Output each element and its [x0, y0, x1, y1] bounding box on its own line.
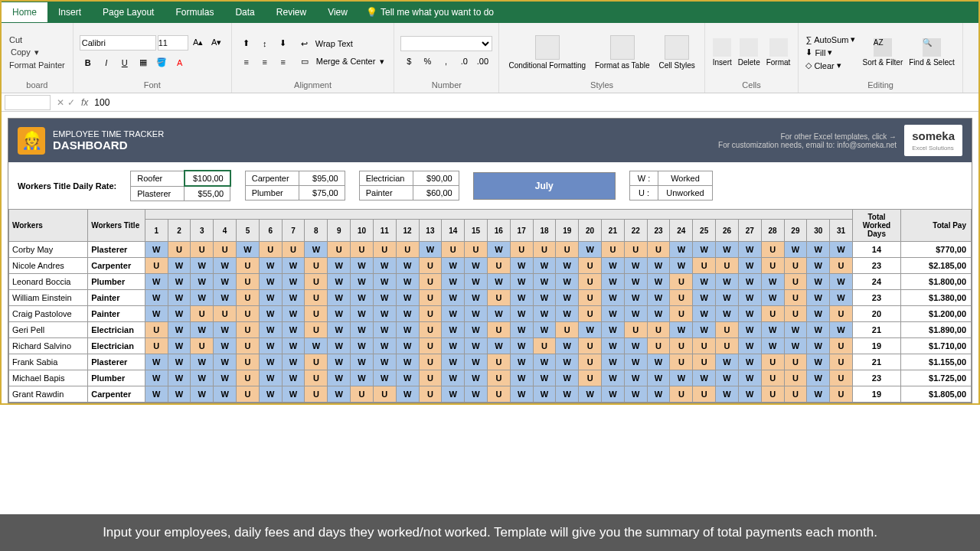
schedule-cell[interactable]: U [784, 290, 807, 306]
schedule-cell[interactable]: W [761, 274, 784, 290]
worker-name-cell[interactable]: Michael Bapis [9, 370, 88, 386]
schedule-cell[interactable]: U [487, 290, 510, 306]
schedule-cell[interactable]: W [145, 306, 168, 322]
rate-title-cell[interactable]: Carpenter [245, 171, 299, 186]
schedule-cell[interactable]: U [556, 322, 579, 338]
schedule-cell[interactable]: U [693, 258, 716, 274]
conditional-formatting-button[interactable]: Conditional Formatting [505, 32, 589, 73]
align-center-icon[interactable]: ≡ [256, 54, 273, 70]
schedule-cell[interactable]: U [191, 338, 214, 354]
schedule-cell[interactable]: W [716, 306, 739, 322]
schedule-cell[interactable]: U [305, 322, 328, 338]
schedule-cell[interactable]: W [761, 338, 784, 354]
schedule-cell[interactable]: W [556, 338, 579, 354]
schedule-cell[interactable]: W [602, 274, 625, 290]
schedule-cell[interactable]: W [602, 354, 625, 370]
schedule-cell[interactable]: W [465, 322, 488, 338]
schedule-cell[interactable]: W [191, 322, 214, 338]
schedule-cell[interactable]: W [556, 290, 579, 306]
schedule-cell[interactable]: U [693, 338, 716, 354]
schedule-cell[interactable]: W [328, 306, 351, 322]
schedule-cell[interactable]: U [830, 258, 853, 274]
schedule-cell[interactable]: W [191, 290, 214, 306]
schedule-cell[interactable]: W [830, 290, 853, 306]
schedule-cell[interactable]: W [830, 242, 853, 258]
schedule-cell[interactable]: U [419, 338, 442, 354]
clear-button[interactable]: ◇ Clear ▾ [805, 60, 856, 72]
schedule-cell[interactable]: W [396, 322, 419, 338]
fill-button[interactable]: ⬇ Fill ▾ [805, 47, 856, 59]
schedule-cell[interactable]: W [693, 370, 716, 386]
schedule-cell[interactable]: W [647, 306, 670, 322]
worker-title-cell[interactable]: Painter [88, 306, 145, 322]
schedule-cell[interactable]: W [419, 242, 442, 258]
schedule-cell[interactable]: W [373, 338, 396, 354]
schedule-cell[interactable]: W [624, 370, 647, 386]
fx-label[interactable]: fx [78, 97, 91, 108]
schedule-cell[interactable]: W [396, 370, 419, 386]
schedule-cell[interactable]: W [716, 290, 739, 306]
worker-title-cell[interactable]: Carpenter [88, 258, 145, 274]
schedule-cell[interactable]: W [670, 370, 693, 386]
schedule-cell[interactable]: W [259, 386, 282, 403]
schedule-cell[interactable]: W [510, 370, 533, 386]
schedule-cell[interactable]: W [373, 322, 396, 338]
schedule-cell[interactable]: W [556, 354, 579, 370]
rate-title-cell[interactable]: Roofer [131, 171, 185, 186]
schedule-cell[interactable]: U [487, 258, 510, 274]
schedule-cell[interactable]: W [145, 290, 168, 306]
schedule-cell[interactable]: W [191, 370, 214, 386]
merge-center-button[interactable]: ▭Merge & Center ▾ [295, 54, 388, 70]
schedule-cell[interactable]: W [693, 290, 716, 306]
schedule-cell[interactable]: W [716, 354, 739, 370]
schedule-cell[interactable]: W [624, 274, 647, 290]
worker-title-cell[interactable]: Plasterer [88, 242, 145, 258]
schedule-cell[interactable]: U [487, 386, 510, 403]
decrease-decimal-icon[interactable]: .00 [474, 53, 491, 70]
schedule-cell[interactable]: W [738, 306, 761, 322]
schedule-cell[interactable]: U [670, 386, 693, 403]
schedule-cell[interactable]: U [693, 354, 716, 370]
schedule-cell[interactable]: W [282, 306, 305, 322]
schedule-cell[interactable]: W [830, 274, 853, 290]
worker-name-cell[interactable]: Leonard Boccia [9, 274, 88, 290]
font-name-select[interactable] [80, 35, 156, 51]
schedule-cell[interactable]: U [419, 370, 442, 386]
schedule-cell[interactable]: U [761, 242, 784, 258]
schedule-cell[interactable]: U [237, 306, 260, 322]
percent-icon[interactable]: % [419, 53, 436, 70]
schedule-cell[interactable]: W [282, 354, 305, 370]
schedule-cell[interactable]: W [465, 290, 488, 306]
worker-title-cell[interactable]: Electrician [88, 338, 145, 354]
tab-review[interactable]: Review [266, 2, 317, 22]
schedule-cell[interactable]: W [487, 338, 510, 354]
schedule-cell[interactable]: U [533, 338, 556, 354]
schedule-cell[interactable]: W [259, 306, 282, 322]
schedule-cell[interactable]: W [533, 258, 556, 274]
schedule-cell[interactable]: U [396, 242, 419, 258]
schedule-cell[interactable]: W [738, 338, 761, 354]
schedule-cell[interactable]: U [670, 354, 693, 370]
schedule-cell[interactable]: W [602, 338, 625, 354]
schedule-cell[interactable]: W [510, 338, 533, 354]
schedule-cell[interactable]: U [305, 290, 328, 306]
schedule-cell[interactable]: W [830, 322, 853, 338]
schedule-cell[interactable]: U [761, 258, 784, 274]
schedule-cell[interactable]: W [282, 258, 305, 274]
schedule-cell[interactable]: W [693, 322, 716, 338]
schedule-cell[interactable]: W [738, 290, 761, 306]
schedule-cell[interactable]: U [145, 258, 168, 274]
schedule-cell[interactable]: U [761, 306, 784, 322]
schedule-cell[interactable]: W [807, 338, 830, 354]
align-bottom-icon[interactable]: ⬇ [275, 35, 292, 52]
schedule-cell[interactable]: U [237, 322, 260, 338]
worker-name-cell[interactable]: Richard Salvino [9, 338, 88, 354]
schedule-cell[interactable]: W [807, 274, 830, 290]
schedule-cell[interactable]: W [761, 322, 784, 338]
schedule-cell[interactable]: U [237, 370, 260, 386]
schedule-cell[interactable]: U [647, 322, 670, 338]
cut-button[interactable]: Cut [8, 34, 67, 45]
schedule-cell[interactable]: U [784, 274, 807, 290]
schedule-cell[interactable]: W [214, 354, 237, 370]
schedule-cell[interactable]: W [533, 274, 556, 290]
